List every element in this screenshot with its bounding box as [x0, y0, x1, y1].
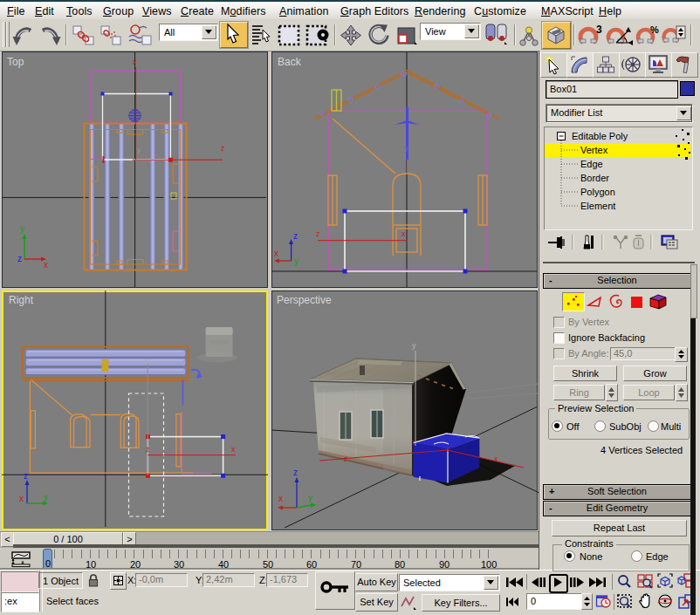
- svg-text:3: 3: [596, 24, 602, 36]
- svg-text:z: z: [24, 471, 28, 481]
- svg-text:y: y: [404, 144, 408, 153]
- svg-text:y: y: [44, 492, 48, 502]
- svg-text:x: x: [133, 58, 137, 66]
- svg-text:Right: Right: [9, 294, 34, 306]
- svg-text:B: B: [317, 108, 327, 118]
- svg-text:%: %: [650, 24, 659, 35]
- svg-text:y: y: [412, 341, 416, 350]
- svg-text:x: x: [19, 494, 24, 503]
- svg-text:x: x: [274, 249, 278, 258]
- svg-text:Back: Back: [278, 56, 302, 68]
- svg-text:y: y: [308, 493, 312, 502]
- svg-text:z: z: [293, 468, 298, 477]
- svg-text:y: y: [137, 146, 141, 154]
- svg-text:y: y: [294, 256, 299, 266]
- svg-text:x: x: [494, 454, 498, 463]
- svg-text:x: x: [401, 229, 406, 238]
- svg-text:B: B: [399, 69, 409, 79]
- svg-text:x: x: [231, 445, 236, 454]
- svg-text:z: z: [146, 445, 150, 454]
- svg-text:z: z: [344, 454, 348, 463]
- svg-text:y: y: [20, 224, 24, 234]
- svg-text:z: z: [17, 254, 22, 263]
- svg-text:RIGHT: RIGHT: [210, 339, 230, 345]
- svg-text:z: z: [221, 144, 225, 153]
- svg-text:Top: Top: [7, 56, 24, 68]
- svg-text:z: z: [316, 229, 320, 238]
- svg-text:x: x: [278, 494, 283, 503]
- svg-text:x: x: [44, 260, 48, 270]
- svg-text:y: y: [145, 357, 149, 366]
- svg-text:Perspective: Perspective: [277, 294, 332, 306]
- svg-text:z: z: [293, 231, 298, 241]
